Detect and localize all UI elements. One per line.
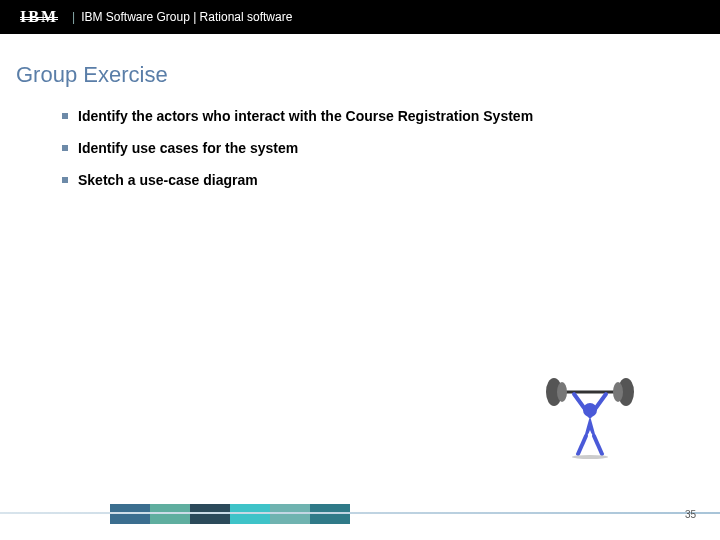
bullet-text: Sketch a use-case diagram [78, 172, 258, 188]
bullet-list: Identify the actors who interact with th… [62, 108, 720, 188]
header-bar: IBM | IBM Software Group | Rational soft… [0, 0, 720, 34]
svg-point-10 [572, 455, 608, 459]
bullet-text: Identify use cases for the system [78, 140, 298, 156]
square-bullet-icon [62, 145, 68, 151]
svg-line-8 [578, 436, 586, 454]
ibm-logo: IBM [20, 8, 58, 26]
svg-point-4 [613, 382, 623, 402]
square-bullet-icon [62, 113, 68, 119]
header-divider: | [72, 10, 75, 24]
page-title: Group Exercise [16, 62, 720, 88]
strip-block [150, 504, 190, 524]
bullet-text: Identify the actors who interact with th… [78, 108, 533, 124]
footer-decoration [110, 504, 350, 524]
strip-block [310, 504, 350, 524]
svg-line-9 [594, 436, 602, 454]
square-bullet-icon [62, 177, 68, 183]
list-item: Identify use cases for the system [62, 140, 720, 156]
strip-block [110, 504, 150, 524]
strip-block [270, 504, 310, 524]
page-number: 35 [685, 509, 696, 520]
svg-point-2 [557, 382, 567, 402]
list-item: Sketch a use-case diagram [62, 172, 720, 188]
list-item: Identify the actors who interact with th… [62, 108, 720, 124]
footer-bar: 35 [0, 498, 720, 524]
strip-block [230, 504, 270, 524]
weightlifter-icon [540, 370, 640, 460]
strip-block [190, 504, 230, 524]
header-subtitle: IBM Software Group | Rational software [81, 10, 292, 24]
footer-line [0, 512, 720, 514]
